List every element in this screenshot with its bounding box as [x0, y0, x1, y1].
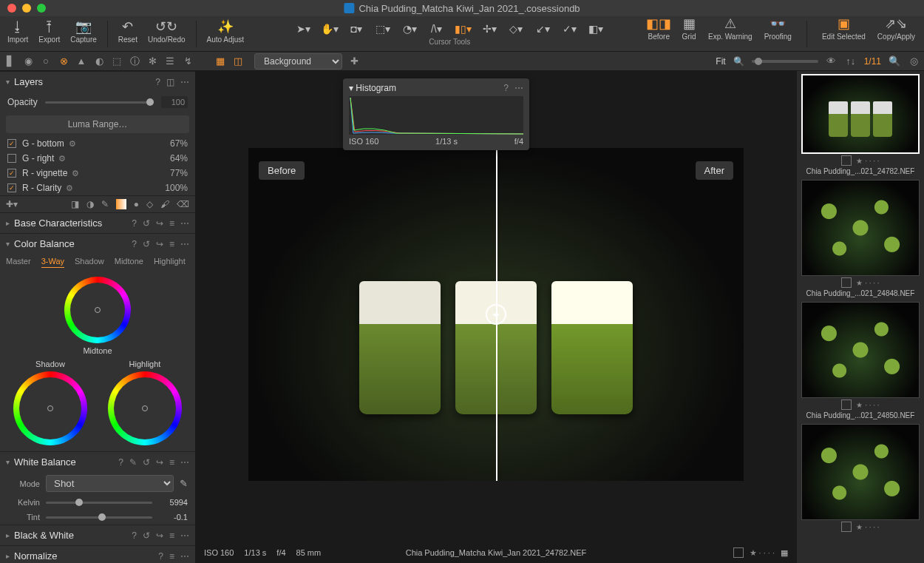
style-tab-icon[interactable]: ⬚: [111, 55, 123, 67]
layer-sliders-icon[interactable]: ⚙: [58, 154, 66, 163]
layer-row[interactable]: ✓R - Clarity⚙100%: [0, 181, 195, 195]
exposure-warning-button[interactable]: ⚠Exp. Warning: [708, 16, 753, 52]
erase-tool[interactable]: ◇▾: [507, 22, 525, 36]
chevron-right-icon[interactable]: ▸: [6, 531, 10, 539]
picker-tool[interactable]: ✓▾: [560, 22, 578, 36]
undo-redo-button[interactable]: ↺↻Undo/Redo: [148, 19, 186, 44]
layer-sliders-icon[interactable]: ⚙: [72, 169, 79, 178]
layer-visibility-checkbox[interactable]: ✓: [7, 183, 16, 192]
color-tag-icon[interactable]: ▦: [781, 548, 788, 558]
chevron-down-icon[interactable]: ▾: [6, 240, 10, 248]
thumbnail-image[interactable]: [801, 302, 920, 398]
info-tab-icon[interactable]: ⓘ: [129, 55, 140, 67]
midtone-color-wheel[interactable]: [64, 277, 131, 343]
straighten-tool[interactable]: ⬚▾: [374, 22, 392, 36]
import-button[interactable]: ⭳Import: [7, 19, 28, 44]
color-balance-tab[interactable]: Midtone: [115, 257, 143, 268]
thumbnail-rating[interactable]: ★ · · · ·: [841, 400, 879, 410]
chevron-right-icon[interactable]: ▸: [6, 552, 10, 560]
thumbnail-image[interactable]: [801, 180, 920, 276]
chevron-right-icon[interactable]: ▸: [6, 219, 10, 227]
layer-visibility-checkbox[interactable]: ✓: [7, 169, 16, 178]
chevron-down-icon[interactable]: ▾: [6, 458, 10, 466]
star-rating[interactable]: ★ · · · ·: [750, 548, 775, 558]
color-balance-tab[interactable]: Master: [6, 257, 31, 268]
chevron-down-icon[interactable]: ▾: [6, 78, 10, 86]
search-icon[interactable]: 🔍: [889, 55, 900, 67]
exposure-tab-icon[interactable]: ○: [40, 55, 52, 67]
kelvin-slider[interactable]: [46, 502, 152, 504]
capture-button[interactable]: 📷Capture: [70, 19, 97, 44]
zoom-slider[interactable]: [752, 60, 818, 63]
thumbnail-card[interactable]: ★ · · · ·: [800, 424, 921, 532]
gradient-swatch-icon[interactable]: [116, 199, 126, 209]
fit-label[interactable]: Fit: [716, 56, 725, 67]
thumbnail-card[interactable]: ★ · · · ·Chia Pudding_...021_24782.NEF: [800, 74, 921, 175]
vis-eye-icon[interactable]: 👁: [826, 55, 838, 67]
tint-value[interactable]: -0.1: [158, 513, 188, 522]
thumbnail-rating[interactable]: ★ · · · ·: [841, 155, 879, 166]
quick-tab-icon[interactable]: ↯: [182, 55, 194, 67]
sort-icon[interactable]: ↑↓: [845, 55, 857, 67]
layer-options-icon[interactable]: ◫: [166, 77, 174, 87]
overlay-tool[interactable]: ◧▾: [587, 22, 605, 36]
keystone-tool[interactable]: ◔▾: [401, 22, 418, 36]
color-balance-tab[interactable]: 3-Way: [41, 257, 64, 268]
annotation-tool[interactable]: /\▾: [427, 22, 445, 36]
thumbnail-rating[interactable]: ★ · · · ·: [841, 277, 879, 288]
target-icon[interactable]: ◎: [908, 55, 920, 67]
thumbnail-rating[interactable]: ★ · · · ·: [841, 522, 879, 532]
mask-icon[interactable]: ◨: [71, 199, 79, 209]
brush-icon[interactable]: 🖌: [160, 199, 169, 209]
brush-tool[interactable]: ↙▾: [534, 22, 551, 36]
thumbnail-image[interactable]: [801, 424, 920, 520]
color-balance-tab[interactable]: Highlight: [154, 257, 186, 268]
copy-apply-button[interactable]: ⇗⇘Copy/Apply: [877, 16, 915, 52]
background-select[interactable]: Background: [254, 53, 342, 70]
layer-row[interactable]: G - right⚙64%: [0, 151, 195, 166]
luma-range-button[interactable]: Luma Range…: [6, 115, 189, 133]
auto-adjust-button[interactable]: ✨Auto Adjust: [207, 19, 245, 44]
invert-mask-icon[interactable]: ◑: [86, 199, 94, 209]
kelvin-value[interactable]: 5994: [158, 498, 188, 507]
add-layer-icon[interactable]: ✚▾: [6, 199, 18, 209]
highlight-color-wheel[interactable]: [108, 371, 182, 445]
layer-visibility-checkbox[interactable]: [7, 154, 16, 163]
layer-row[interactable]: ✓R - vignette⚙77%: [0, 166, 195, 181]
preview-image[interactable]: Before After ◂▸: [248, 148, 744, 481]
color-tab-icon[interactable]: ⊗: [58, 55, 69, 67]
details-tab-icon[interactable]: ▲: [75, 55, 87, 67]
heal-tool[interactable]: ✢▾: [480, 22, 498, 36]
hand-tool[interactable]: ✋▾: [321, 22, 339, 36]
wb-mode-select[interactable]: Shot: [46, 475, 174, 492]
opacity-slider[interactable]: [45, 101, 154, 104]
split-handle[interactable]: ◂▸: [486, 304, 506, 325]
help-icon[interactable]: ?: [155, 77, 160, 87]
erase-icon[interactable]: ◇: [146, 199, 153, 209]
wb-picker-icon[interactable]: ✎: [180, 478, 188, 489]
thumbnail-card[interactable]: ★ · · · ·Chia Pudding_...021_24850.NEF: [800, 302, 921, 419]
layer-sliders-icon[interactable]: ⚙: [66, 183, 73, 193]
export-button[interactable]: ⭱Export: [38, 19, 60, 44]
eyedrop-icon[interactable]: ✎: [101, 199, 109, 209]
feather-icon[interactable]: ●: [134, 199, 139, 209]
camera-tab-icon[interactable]: ◉: [22, 55, 34, 67]
adjust-tab-icon[interactable]: ✻: [146, 55, 158, 67]
minimize-window-button[interactable]: [22, 4, 31, 13]
layer-row[interactable]: ✓G - bottom⚙67%: [0, 136, 195, 151]
view-mode-grid-icon[interactable]: ▦: [214, 55, 226, 67]
tint-slider[interactable]: [46, 516, 152, 519]
close-window-button[interactable]: [7, 4, 16, 13]
grid-button[interactable]: ▦Grid: [682, 16, 696, 52]
help-icon[interactable]: ?: [503, 83, 509, 93]
rating-checkbox[interactable]: [733, 547, 744, 558]
reset-button[interactable]: ↶Reset: [118, 19, 137, 44]
add-view-icon[interactable]: ✚: [348, 55, 360, 67]
output-tab-icon[interactable]: ☰: [164, 55, 176, 67]
fullscreen-window-button[interactable]: [37, 4, 46, 13]
delete-layer-icon[interactable]: ⌫: [177, 199, 189, 209]
opacity-value[interactable]: 100: [161, 96, 188, 108]
layer-sliders-icon[interactable]: ⚙: [69, 139, 76, 149]
lens-tab-icon[interactable]: ◐: [93, 55, 105, 67]
edit-selected-button[interactable]: ▣Edit Selected: [822, 16, 866, 52]
